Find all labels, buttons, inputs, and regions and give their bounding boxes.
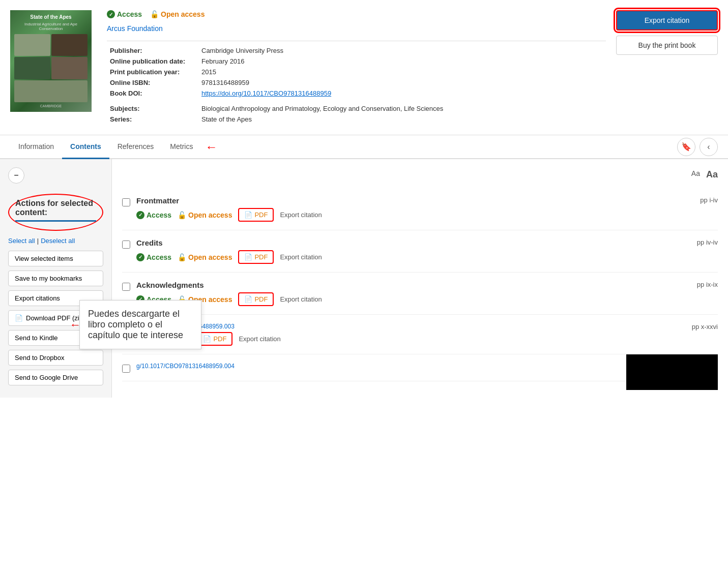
online-isbn-label: Online ISBN: [107, 77, 198, 88]
share-tab-button[interactable]: ‹ [700, 138, 718, 156]
main-content: − Actions for selected content: Select a… [0, 159, 728, 398]
tab-metrics[interactable]: Metrics [162, 135, 201, 159]
online-isbn-value: 9781316488959 [198, 77, 606, 88]
item4-pdf-icon: 📄 [203, 335, 211, 343]
tab-information[interactable]: Information [10, 135, 62, 159]
select-all-link[interactable]: Select all [8, 237, 35, 245]
tooltip-box: Puedes descargarte el libro completo o e… [79, 300, 201, 349]
font-large-button[interactable]: Aa [706, 169, 718, 180]
save-bookmarks-label: Save to my bookmarks [15, 275, 82, 282]
content-item-acknowledgments: Acknowledgments ✓ Access 🔓 Open access 📄… [122, 273, 718, 315]
send-drive-label: Send to Google Drive [15, 374, 78, 381]
top-actions: Export citation Buy the print book [616, 10, 718, 125]
acknowledgments-export-cite[interactable]: Export citation [280, 295, 322, 303]
collapse-button[interactable]: − [8, 167, 24, 184]
lock-open-icon: 🔓 [150, 10, 159, 18]
print-pub-year-row: Print publication year: 2015 [107, 67, 606, 77]
credits-body: Credits ✓ Access 🔓 Open access 📄 PDF Exp… [136, 238, 697, 264]
cover-subtitle: Industrial Agriculture and Ape Conservat… [14, 22, 88, 31]
frontmatter-pdf-icon: 📄 [244, 211, 252, 219]
book-doi-value: https://doi.org/10.1017/CBO9781316488959 [198, 88, 606, 99]
item5-checkbox[interactable] [122, 365, 130, 373]
print-pub-year-label: Print publication year: [107, 67, 198, 77]
acknowledgments-pdf-icon: 📄 [244, 295, 252, 303]
cover-images [14, 34, 88, 102]
font-small-button[interactable]: Aa [691, 169, 700, 180]
actions-oval: Actions for selected content: [8, 194, 103, 231]
item4-export-cite[interactable]: Export citation [239, 335, 280, 343]
send-drive-button[interactable]: Send to Google Drive [8, 370, 103, 385]
send-dropbox-button[interactable]: Send to Dropbox [8, 350, 103, 366]
cover-cell-5 [14, 80, 88, 102]
frontmatter-badges: ✓ Access 🔓 Open access 📄 PDF Export cita… [136, 208, 700, 222]
top-section: State of the Apes Industrial Agriculture… [0, 0, 728, 135]
acknowledgments-checkbox[interactable] [122, 283, 130, 291]
bookmark-tab-button[interactable]: 🔖 [677, 138, 695, 156]
frontmatter-open-access: 🔓 Open access [178, 211, 232, 219]
credits-open-access-label: Open access [188, 253, 232, 261]
credits-checkbox[interactable] [122, 241, 130, 249]
save-bookmarks-button[interactable]: Save to my bookmarks [8, 271, 103, 286]
frontmatter-body: Frontmatter ✓ Access 🔓 Open access 📄 PDF [136, 196, 700, 222]
credits-pages: pp iv-iv [697, 238, 718, 246]
book-info: ✓ Access 🔓 Open access Arcus Foundation … [107, 10, 606, 125]
frontmatter-checkbox[interactable] [122, 198, 130, 206]
credits-title: Credits [136, 238, 697, 247]
content-item-credits: Credits ✓ Access 🔓 Open access 📄 PDF Exp… [122, 230, 718, 273]
export-citation-button[interactable]: Export citation [616, 10, 718, 31]
frontmatter-title: Frontmatter [136, 196, 700, 205]
actions-title: Actions for selected content: [15, 199, 96, 222]
frontmatter-pdf-button[interactable]: 📄 PDF [238, 208, 274, 222]
credits-access: ✓ Access [136, 253, 171, 261]
credits-access-label: Access [147, 253, 171, 261]
acknowledgments-title: Acknowledgments [136, 281, 697, 289]
cover-cell-3 [14, 57, 50, 79]
frontmatter-export-cite[interactable]: Export citation [280, 211, 322, 219]
content-item-5: g/10.1017/CBO9781316488959.004 pp 1-10 [122, 354, 718, 381]
acknowledgments-badges: ✓ Access 🔓 Open access 📄 PDF Export cita… [136, 292, 697, 306]
send-dropbox-label: Send to Dropbox [15, 354, 65, 362]
cover-title: State of the Apes [30, 14, 71, 20]
item5-link[interactable]: g/10.1017/CBO9781316488959.004 [136, 363, 695, 370]
item4-badges: 🔓 Open access 📄 PDF Export citation [136, 332, 692, 346]
acknowledgments-pdf-label: PDF [254, 295, 268, 303]
select-row: Select all | Deselect all [8, 237, 103, 245]
doi-link[interactable]: https://doi.org/10.1017/CBO9781316488959 [201, 89, 331, 97]
arrow-indicator: ← [205, 140, 217, 154]
series-value: State of the Apes [198, 114, 606, 125]
view-selected-label: View selected items [15, 255, 73, 262]
export-citations-label: Export citations [15, 294, 60, 302]
series-row: Series: State of the Apes [107, 114, 606, 125]
acknowledgments-pdf-button[interactable]: 📄 PDF [238, 292, 274, 306]
buy-print-button[interactable]: Buy the print book [616, 36, 718, 55]
sidebar: − Actions for selected content: Select a… [0, 159, 112, 398]
publisher-value: Cambridge University Press [198, 45, 606, 56]
item4-pages: pp x-xxvi [692, 323, 718, 330]
send-kindle-label: Send to Kindle [15, 334, 58, 342]
access-label: Access [117, 10, 142, 18]
deselect-all-link[interactable]: Deselect all [41, 237, 75, 245]
font-size-row: Aa Aa [122, 169, 718, 180]
tab-references[interactable]: References [109, 135, 162, 159]
cover-cell-1 [14, 34, 50, 56]
access-badge: ✓ Access [107, 10, 142, 18]
acknowledgments-pages: pp ix-ix [697, 281, 718, 288]
foundation-link[interactable]: Arcus Foundation [107, 24, 606, 33]
frontmatter-pdf-label: PDF [254, 211, 268, 219]
cover-cell-2 [51, 34, 88, 56]
view-selected-button[interactable]: View selected items [8, 251, 103, 266]
print-pub-year-value: 2015 [198, 67, 606, 77]
frontmatter-access: ✓ Access [136, 211, 171, 219]
credits-pdf-button[interactable]: 📄 PDF [238, 250, 274, 264]
acknowledgments-body: Acknowledgments ✓ Access 🔓 Open access 📄… [136, 281, 697, 306]
subjects-label: Subjects: [107, 99, 198, 114]
series-label: Series: [107, 114, 198, 125]
access-row: ✓ Access 🔓 Open access [107, 10, 606, 18]
content-item-frontmatter: Frontmatter ✓ Access 🔓 Open access 📄 PDF [122, 188, 718, 230]
item4-pdf-button[interactable]: 📄 PDF [197, 332, 232, 346]
online-pub-date-row: Online publication date: February 2016 [107, 56, 606, 67]
download-pdf-wrapper: 📄 Download PDF (zip) Puedes descargarte … [8, 310, 103, 326]
item4-link[interactable]: g/10.1017/CBO9781316488959.003 [136, 323, 692, 330]
tab-contents[interactable]: Contents [62, 135, 109, 159]
credits-export-cite[interactable]: Export citation [280, 253, 322, 261]
